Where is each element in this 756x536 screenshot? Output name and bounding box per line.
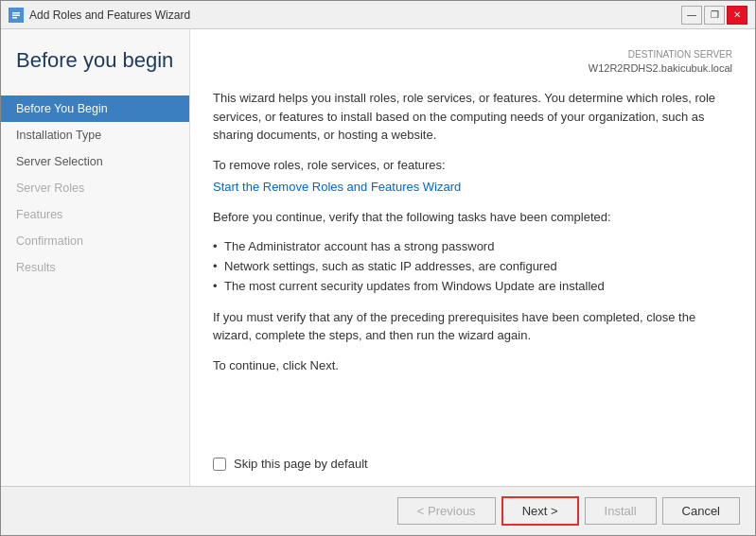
nav-item-confirmation: Confirmation [1,228,189,254]
footer: < Previous Next > Install Cancel [1,486,755,535]
svg-rect-3 [12,17,17,19]
restore-button[interactable]: ❐ [704,6,725,25]
nav-list: Before You Begin Installation Type Serve… [1,88,189,288]
wizard-icon [9,8,24,23]
bullet-item-2: Network settings, such as static IP addr… [213,257,732,277]
nav-item-server-selection[interactable]: Server Selection [1,148,189,175]
continue-paragraph: To continue, click Next. [213,356,732,375]
prerequisites-list: The Administrator account has a strong p… [213,237,732,296]
verify-info-paragraph: If you must verify that any of the prece… [213,308,732,345]
bullet-item-1: The Administrator account has a strong p… [213,237,732,257]
verify-paragraph: Before you continue, verify that the fol… [213,208,732,227]
remove-section-label: To remove roles, role services, or featu… [213,156,732,175]
nav-item-features: Features [1,201,189,228]
right-panel: DESTINATION SERVER W12R2RDHS2.bakicubuk.… [190,29,755,486]
left-panel: Before you begin Before You Begin Instal… [1,29,190,486]
destination-server-name: W12R2RDHS2.bakicubuk.local [589,62,732,74]
destination-server-info: DESTINATION SERVER W12R2RDHS2.bakicubuk.… [213,48,732,76]
minimize-button[interactable]: — [681,6,702,25]
nav-item-installation-type[interactable]: Installation Type [1,122,189,148]
nav-item-server-roles: Server Roles [1,175,189,201]
title-bar: Add Roles and Features Wizard — ❐ ✕ [1,1,755,29]
main-content: This wizard helps you install roles, rol… [213,89,732,441]
remove-wizard-link[interactable]: Start the Remove Roles and Features Wiza… [213,180,461,194]
install-button[interactable]: Install [585,497,657,525]
bullet-item-3: The most current security updates from W… [213,277,732,297]
svg-rect-1 [12,12,20,14]
skip-checkbox-label[interactable]: Skip this page by default [234,457,368,471]
title-bar-controls: — ❐ ✕ [681,6,747,25]
destination-server-label: DESTINATION SERVER [213,48,732,61]
nav-item-results: Results [1,254,189,281]
wizard-heading: Before you begin [16,48,174,73]
cancel-button[interactable]: Cancel [662,497,740,525]
left-header: Before you begin [1,29,189,88]
title-bar-left: Add Roles and Features Wizard [9,8,190,23]
close-button[interactable]: ✕ [727,6,747,25]
previous-button[interactable]: < Previous [397,497,496,525]
intro-paragraph: This wizard helps you install roles, rol… [213,89,732,145]
window-title: Add Roles and Features Wizard [29,9,190,22]
nav-item-before-you-begin[interactable]: Before You Begin [1,95,189,122]
next-button[interactable]: Next > [501,496,579,526]
wizard-window: Add Roles and Features Wizard — ❐ ✕ Befo… [0,0,756,536]
svg-rect-2 [12,14,20,16]
skip-checkbox[interactable] [213,458,226,471]
content-area: Before you begin Before You Begin Instal… [1,29,755,486]
skip-checkbox-row: Skip this page by default [213,457,732,471]
